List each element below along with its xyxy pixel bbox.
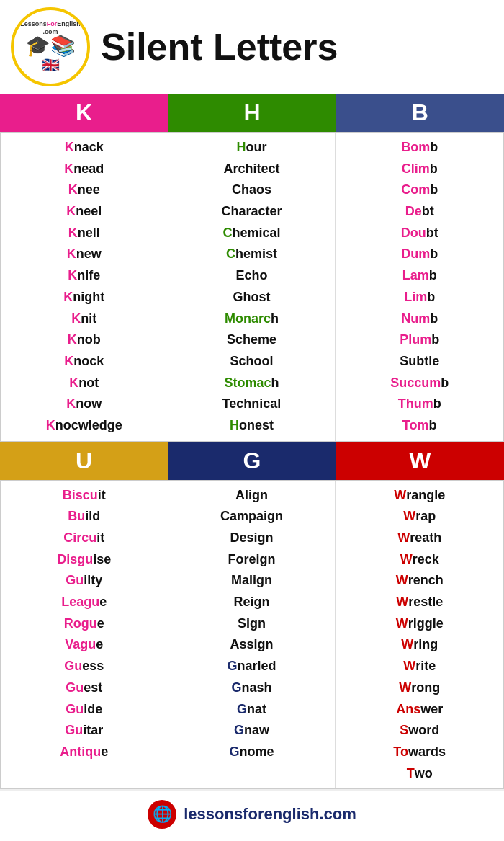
word-col-1: HourArchitectChaosCharacterChemicalChemi… [168, 133, 336, 441]
list-item: Guide [1, 699, 168, 721]
list-item: Wrench [336, 570, 503, 592]
list-item: Succumb [336, 373, 503, 394]
list-item: Stomach [168, 373, 336, 394]
list-item: Rogue [1, 613, 168, 635]
logo-top-text: LessonsForEnglish.com [20, 20, 81, 36]
footer-globe-icon: 🌐 [148, 800, 176, 829]
list-item: Build [1, 506, 168, 528]
list-item: Knit [1, 308, 168, 330]
content: KHBKnackKneadKneeKneelKnellKnewKnifeKnig… [0, 94, 504, 789]
section-0-words: KnackKneadKneeKneelKnellKnewKnifeKnightK… [0, 132, 504, 442]
list-item: Align [168, 485, 336, 507]
footer-url: lessonsforenglish.com [184, 805, 356, 824]
section-0-headers: KHB [0, 94, 504, 132]
list-item: Knack [1, 137, 168, 159]
col-header-b: B [336, 94, 504, 132]
list-item: Know [1, 393, 168, 415]
list-item: Disguise [1, 549, 168, 571]
list-item: Knew [1, 244, 168, 265]
list-item: Knob [1, 329, 168, 351]
list-item: Knee [1, 179, 168, 201]
list-item: Gnash [168, 677, 336, 699]
list-item: Tomb [336, 415, 503, 437]
list-item: Campaign [168, 506, 336, 528]
list-item: Chaos [168, 179, 336, 201]
list-item: Ghost [168, 287, 336, 308]
list-item: Lamb [336, 265, 503, 287]
word-col-0: BiscuitBuildCircuitDisguiseGuiltyLeagueR… [1, 481, 168, 789]
list-item: Assign [168, 634, 336, 656]
list-item: Debt [336, 201, 503, 223]
list-item: Knife [1, 265, 168, 287]
list-item: Bomb [336, 137, 503, 159]
list-item: Guilty [1, 570, 168, 592]
list-item: Sword [336, 720, 503, 742]
list-item: Knot [1, 373, 168, 394]
list-item: Dumb [336, 244, 503, 265]
list-item: School [168, 351, 336, 373]
list-item: Chemist [168, 244, 336, 265]
list-item: Kneel [1, 201, 168, 223]
list-item: Sign [168, 613, 336, 635]
list-item: Wring [336, 634, 503, 656]
list-item: Vague [1, 634, 168, 656]
list-item: Answer [336, 699, 503, 721]
list-item: Echo [168, 265, 336, 287]
list-item: Thumb [336, 393, 503, 415]
list-item: Wreath [336, 528, 503, 549]
list-item: Gnaw [168, 720, 336, 742]
list-item: Architect [168, 159, 336, 180]
list-item: Wrap [336, 506, 503, 528]
list-item: Plumb [336, 329, 503, 351]
list-item: Reign [168, 592, 336, 613]
list-item: Chemical [168, 223, 336, 244]
list-item: Knocwledge [1, 415, 168, 437]
list-item: Knead [1, 159, 168, 180]
list-item: Towards [336, 742, 503, 763]
list-item: Monarch [168, 308, 336, 330]
list-item: Wreck [336, 549, 503, 571]
word-col-2: WrangleWrapWreathWreckWrenchWrestleWrigg… [336, 481, 503, 789]
list-item: Knight [1, 287, 168, 308]
list-item: Comb [336, 179, 503, 201]
col-header-k: K [0, 94, 168, 132]
logo-flag-icon: 🇬🇧 [42, 56, 60, 74]
list-item: Circuit [1, 528, 168, 549]
section-1-headers: UGW [0, 442, 504, 480]
list-item: Gnome [168, 742, 336, 763]
list-item: Two [336, 763, 503, 785]
list-item: Subtle [336, 351, 503, 373]
list-item: Design [168, 528, 336, 549]
list-item: Write [336, 656, 503, 677]
list-item: Wrestle [336, 592, 503, 613]
col-header-w: W [336, 442, 504, 480]
list-item: Doubt [336, 223, 503, 244]
section-1-words: BiscuitBuildCircuitDisguiseGuiltyLeagueR… [0, 480, 504, 790]
list-item: Wriggle [336, 613, 503, 635]
footer: 🌐 lessonsforenglish.com [0, 789, 504, 837]
list-item: Wrangle [336, 485, 503, 507]
list-item: Climb [336, 159, 503, 180]
list-item: Numb [336, 308, 503, 330]
word-col-1: AlignCampaignDesignForeignMalignReignSig… [168, 481, 336, 789]
list-item: Scheme [168, 329, 336, 351]
logo: LessonsForEnglish.com 🎓📚 🇬🇧 [11, 7, 90, 86]
logo-books-icon: 🎓📚 [25, 36, 76, 56]
word-col-0: KnackKneadKneeKneelKnellKnewKnifeKnightK… [1, 133, 168, 441]
list-item: Guess [1, 656, 168, 677]
col-header-h: H [168, 94, 336, 132]
list-item: Malign [168, 570, 336, 592]
header: LessonsForEnglish.com 🎓📚 🇬🇧 Silent Lette… [0, 0, 504, 94]
list-item: Technical [168, 393, 336, 415]
list-item: Guitar [1, 720, 168, 742]
list-item: Limb [336, 287, 503, 308]
list-item: Gnarled [168, 656, 336, 677]
list-item: Gnat [168, 699, 336, 721]
list-item: Character [168, 201, 336, 223]
list-item: Biscuit [1, 485, 168, 507]
col-header-u: U [0, 442, 168, 480]
list-item: Wrong [336, 677, 503, 699]
word-col-2: BombClimbCombDebtDoubtDumbLambLimbNumbPl… [336, 133, 503, 441]
col-header-g: G [168, 442, 336, 480]
page-title: Silent Letters [101, 25, 338, 68]
